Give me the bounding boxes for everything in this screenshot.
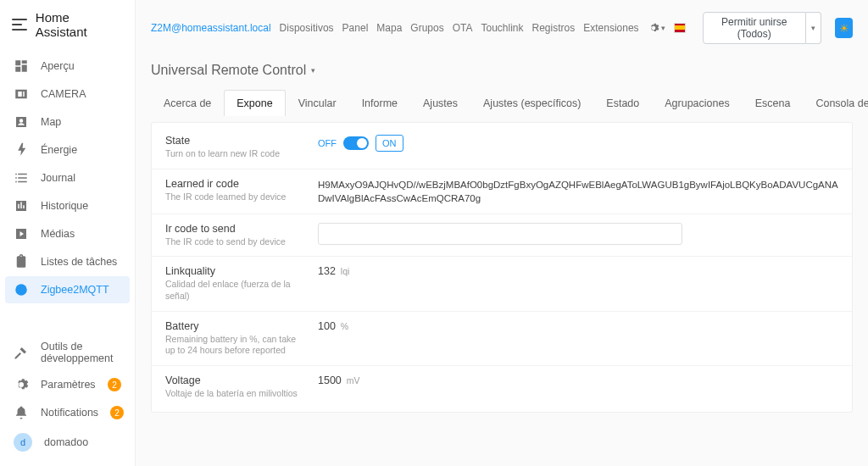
topnav-registros[interactable]: Registros bbox=[532, 22, 576, 34]
learned-title: Learned ir code bbox=[165, 178, 301, 190]
topnav-dispositivos[interactable]: Dispositivos bbox=[280, 22, 334, 34]
sidebar-header: Home Assistant bbox=[0, 0, 135, 49]
state-toggle: OFF ON bbox=[318, 135, 403, 152]
sidebar-item-map[interactable]: Map bbox=[5, 108, 130, 136]
voltage-value: 1500 bbox=[318, 374, 342, 386]
topnav-extensiones[interactable]: Extensiones bbox=[583, 22, 638, 34]
sidebar-item-devtools[interactable]: Outils de développement bbox=[5, 335, 130, 370]
flag-es-icon[interactable] bbox=[674, 23, 686, 33]
sidebar-item-energie[interactable]: Énergie bbox=[5, 136, 130, 164]
tab-ajustes-especificos[interactable]: Ajustes (específicos) bbox=[470, 90, 593, 116]
state-title: State bbox=[165, 135, 301, 147]
device-tabs: Acerca de Expone Vincular Informe Ajuste… bbox=[151, 90, 853, 117]
chart-icon bbox=[14, 198, 29, 214]
sidebar-nav: Aperçu CAMERA Map Énergie Journal Histor… bbox=[0, 49, 135, 330]
topnav-mapa[interactable]: Mapa bbox=[376, 22, 402, 34]
sidebar-item-label: Historique bbox=[41, 200, 88, 212]
tab-agrupaciones[interactable]: Agrupaciones bbox=[652, 90, 742, 116]
sidebar: Home Assistant Aperçu CAMERA Map Énergie… bbox=[0, 0, 136, 466]
sidebar-item-medias[interactable]: Médias bbox=[5, 220, 130, 247]
main: Z2M@homeassistant.local Dispositivos Pan… bbox=[136, 0, 868, 466]
sidebar-item-camera[interactable]: CAMERA bbox=[5, 80, 130, 108]
sidebar-item-label: Aperçu bbox=[41, 60, 75, 72]
sidebar-bottom: Outils de développement Paramètres 2 Not… bbox=[0, 330, 135, 466]
sidebar-item-label: Listes de tâches bbox=[41, 256, 117, 268]
tab-ajustes[interactable]: Ajustes bbox=[410, 90, 470, 116]
menu-toggle-icon[interactable] bbox=[12, 19, 27, 31]
dashboard-icon bbox=[14, 58, 29, 74]
sidebar-item-label: domadoo bbox=[44, 436, 88, 448]
row-state: State Turn on to learn new IR code OFF O… bbox=[152, 126, 852, 169]
permit-join-dropdown[interactable]: ▾ bbox=[806, 12, 821, 44]
voltage-title: Voltage bbox=[165, 374, 301, 386]
sidebar-item-label: Notifications bbox=[41, 407, 98, 419]
tab-consola-desarrollo[interactable]: Consola de desarrollo bbox=[803, 90, 868, 116]
page-title-row[interactable]: Universal Remote Control ▾ bbox=[151, 63, 853, 78]
tab-informe[interactable]: Informe bbox=[349, 90, 410, 116]
row-ir-code-send: Ir code to send The IR code to send by d… bbox=[152, 214, 852, 258]
expose-panel: State Turn on to learn new IR code OFF O… bbox=[151, 122, 853, 413]
toggle-off-label[interactable]: OFF bbox=[318, 138, 337, 148]
row-voltage: Voltage Voltaje de la batería en milivol… bbox=[152, 366, 852, 408]
tab-escena[interactable]: Escena bbox=[743, 90, 804, 116]
sidebar-item-notifications[interactable]: Notifications 2 bbox=[5, 399, 130, 426]
topnav-ota[interactable]: OTA bbox=[453, 22, 473, 34]
camera-icon bbox=[14, 86, 29, 102]
row-learned-ir-code: Learned ir code The IR code learned by d… bbox=[152, 169, 852, 214]
toggle-switch[interactable] bbox=[343, 136, 369, 150]
zigbee-icon bbox=[14, 282, 29, 297]
chevron-down-icon: ▾ bbox=[811, 24, 815, 32]
tab-vincular[interactable]: Vincular bbox=[286, 90, 349, 116]
map-account-icon bbox=[14, 114, 29, 130]
topnav-settings-dropdown[interactable]: ▾ bbox=[648, 22, 665, 34]
sidebar-item-zigbee2mqtt[interactable]: Zigbee2MQTT bbox=[5, 276, 130, 303]
sidebar-item-label: Zigbee2MQTT bbox=[41, 284, 109, 296]
linkquality-desc: Calidad del enlace (fuerza de la señal) bbox=[165, 279, 301, 302]
avatar: d bbox=[14, 433, 32, 452]
app-title: Home Assistant bbox=[36, 10, 123, 39]
tab-expone[interactable]: Expone bbox=[224, 90, 285, 116]
notifications-badge: 2 bbox=[110, 406, 124, 419]
topnav-grupos[interactable]: Grupos bbox=[410, 22, 443, 34]
lightning-icon bbox=[14, 142, 29, 158]
topnav-touchlink[interactable]: Touchlink bbox=[481, 22, 523, 34]
sidebar-item-label: Paramètres bbox=[41, 379, 96, 391]
linkquality-title: Linkquality bbox=[165, 265, 301, 277]
send-title: Ir code to send bbox=[165, 223, 301, 235]
learned-value: H9MAxyO9AJQHvQD//wEBzjMBAfO0bgDztFgBxyOg… bbox=[318, 178, 838, 205]
sidebar-item-label: Énergie bbox=[41, 144, 77, 156]
sidebar-item-label: Outils de développement bbox=[41, 341, 121, 364]
linkquality-unit: lqi bbox=[341, 266, 350, 276]
content: Universal Remote Control ▾ Acerca de Exp… bbox=[136, 51, 868, 466]
sidebar-item-label: Map bbox=[41, 116, 61, 128]
sidebar-item-label: Journal bbox=[41, 172, 75, 184]
topnav-email[interactable]: Z2M@homeassistant.local bbox=[151, 22, 271, 34]
battery-unit: % bbox=[341, 321, 348, 331]
sidebar-item-apercu[interactable]: Aperçu bbox=[5, 53, 130, 80]
svg-point-0 bbox=[15, 284, 27, 296]
bell-icon bbox=[14, 405, 29, 420]
send-desc: The IR code to send by device bbox=[165, 236, 301, 248]
theme-toggle-button[interactable]: ☀ bbox=[835, 18, 853, 38]
sidebar-item-settings[interactable]: Paramètres 2 bbox=[5, 371, 130, 398]
tab-estado[interactable]: Estado bbox=[593, 90, 652, 116]
sidebar-item-user[interactable]: d domadoo bbox=[5, 427, 130, 458]
topnav-panel[interactable]: Panel bbox=[342, 22, 369, 34]
toggle-on-label[interactable]: ON bbox=[376, 135, 403, 152]
voltage-unit: mV bbox=[347, 375, 360, 386]
sidebar-item-listes[interactable]: Listes de tâches bbox=[5, 248, 130, 275]
chevron-down-icon: ▾ bbox=[661, 24, 665, 32]
chevron-down-icon: ▾ bbox=[311, 66, 315, 75]
sidebar-item-journal[interactable]: Journal bbox=[5, 164, 130, 191]
permit-join-button[interactable]: Permitir unirse (Todos) bbox=[703, 12, 806, 44]
learned-desc: The IR code learned by device bbox=[165, 191, 301, 203]
state-desc: Turn on to learn new IR code bbox=[165, 148, 301, 160]
sun-icon: ☀ bbox=[839, 22, 849, 35]
ir-code-send-input[interactable] bbox=[318, 223, 682, 245]
sidebar-item-historique[interactable]: Historique bbox=[5, 192, 130, 219]
battery-desc: Remaining battery in %, can take up to 2… bbox=[165, 334, 301, 357]
hammer-icon bbox=[14, 345, 29, 360]
row-linkquality: Linkquality Calidad del enlace (fuerza d… bbox=[152, 257, 852, 311]
tab-acerca-de[interactable]: Acerca de bbox=[151, 90, 224, 116]
sidebar-item-label: Médias bbox=[41, 228, 75, 240]
